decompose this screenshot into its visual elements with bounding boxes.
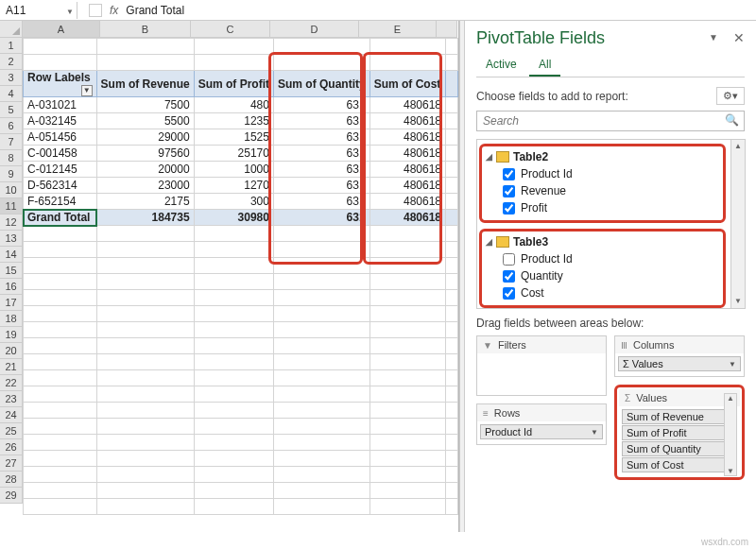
rowhdr-25[interactable]: 25 [0, 423, 23, 439]
field-checkbox[interactable] [503, 287, 515, 300]
cell[interactable]: 631 [273, 97, 369, 113]
cell[interactable] [273, 226, 369, 242]
cell[interactable]: C-012145 [24, 162, 97, 178]
cell-empty[interactable] [446, 226, 458, 242]
cell[interactable] [24, 322, 97, 338]
cell-empty[interactable] [446, 113, 458, 129]
cell[interactable] [24, 483, 97, 499]
cell[interactable]: 480618 [369, 178, 445, 194]
cell[interactable] [194, 290, 273, 306]
gear-icon[interactable]: ⚙▾ [716, 87, 745, 105]
cell[interactable]: C-001458 [24, 146, 97, 162]
cell[interactable] [369, 419, 445, 435]
cell[interactable]: 300 [194, 194, 273, 210]
columns-area[interactable]: ⅢColumns Σ Values▼ [614, 335, 745, 377]
cell[interactable]: 5500 [96, 113, 194, 129]
cell[interactable]: A-051456 [24, 129, 97, 146]
cell[interactable] [273, 258, 369, 274]
cell-empty[interactable] [446, 419, 458, 435]
search-input[interactable] [476, 111, 745, 131]
rowhdr-5[interactable]: 5 [0, 102, 23, 118]
collapse-icon[interactable]: ◢ [486, 237, 492, 247]
cell[interactable]: 631 [273, 194, 369, 210]
cell[interactable] [24, 386, 97, 403]
cell[interactable] [194, 483, 273, 499]
select-all-corner[interactable] [0, 21, 23, 38]
field-list[interactable]: ◢Table2Product IdRevenueProfit◢Table3Pro… [476, 139, 745, 309]
cell[interactable] [369, 322, 445, 338]
cell-empty[interactable] [446, 354, 458, 370]
cell[interactable] [369, 451, 445, 467]
cell[interactable] [96, 39, 194, 55]
rowhdr-10[interactable]: 10 [0, 182, 23, 198]
cell[interactable]: 480618 [369, 113, 445, 129]
cell[interactable]: 1525 [194, 129, 273, 146]
rowhdr-7[interactable]: 7 [0, 134, 23, 150]
scroll-up-icon[interactable]: ▲ [725, 394, 736, 403]
cell-empty[interactable] [446, 274, 458, 290]
cell[interactable] [273, 55, 369, 71]
rowhdr-15[interactable]: 15 [0, 263, 23, 279]
cell[interactable] [273, 39, 369, 55]
field-product-id[interactable]: Product Id [486, 250, 719, 267]
cell[interactable] [273, 242, 369, 258]
cell-empty[interactable] [446, 370, 458, 386]
cell-empty[interactable] [446, 483, 458, 499]
close-icon[interactable]: ✕ [733, 30, 745, 45]
cell[interactable]: A-031021 [24, 97, 97, 113]
cell[interactable] [273, 386, 369, 403]
panel-options-icon[interactable]: ▼ [709, 32, 718, 43]
chevron-down-icon[interactable]: ▼ [729, 360, 736, 369]
cell[interactable] [369, 467, 445, 483]
cell[interactable] [194, 274, 273, 290]
cell[interactable] [24, 467, 97, 483]
cell[interactable] [24, 258, 97, 274]
cell[interactable] [273, 290, 369, 306]
cell[interactable] [369, 499, 445, 515]
cell[interactable] [96, 338, 194, 354]
cell[interactable] [273, 354, 369, 370]
table-header-table2[interactable]: ◢Table2 [486, 148, 719, 165]
field-checkbox[interactable] [503, 202, 515, 214]
cell[interactable] [273, 499, 369, 515]
cell[interactable]: 631 [273, 146, 369, 162]
collapse-icon[interactable]: ◢ [486, 152, 492, 162]
cell[interactable] [24, 451, 97, 467]
chevron-down-icon[interactable]: ▼ [591, 428, 598, 437]
rowhdr-11[interactable]: 11 [0, 198, 23, 214]
cell[interactable] [369, 290, 445, 306]
cell[interactable] [24, 290, 97, 306]
values-pill-sum-of-cost[interactable]: Sum of Cost▼ [622, 457, 737, 472]
tab-all[interactable]: All [529, 54, 560, 77]
cell[interactable] [194, 386, 273, 403]
cell[interactable]: 480618 [369, 162, 445, 178]
cell[interactable] [96, 55, 194, 71]
cell-empty[interactable] [446, 338, 458, 354]
cell[interactable] [96, 451, 194, 467]
rowhdr-12[interactable]: 12 [0, 214, 23, 231]
cell[interactable] [369, 55, 445, 71]
cell[interactable] [194, 403, 273, 419]
scroll-up-icon[interactable]: ▲ [731, 140, 745, 153]
cell[interactable] [194, 55, 273, 71]
rowhdr-23[interactable]: 23 [0, 391, 23, 407]
cell[interactable] [24, 306, 97, 322]
rowhdr-24[interactable]: 24 [0, 407, 23, 423]
cell[interactable] [273, 419, 369, 435]
cell[interactable] [96, 242, 194, 258]
cell[interactable] [96, 322, 194, 338]
cell[interactable]: 23000 [96, 178, 194, 194]
cell[interactable] [194, 242, 273, 258]
field-checkbox[interactable] [503, 168, 515, 180]
cell[interactable] [273, 274, 369, 290]
cell[interactable] [194, 226, 273, 242]
cell[interactable]: 20000 [96, 162, 194, 178]
cell[interactable] [369, 386, 445, 403]
cell[interactable] [96, 386, 194, 403]
cell[interactable] [96, 274, 194, 290]
cell-empty[interactable] [446, 242, 458, 258]
cell[interactable] [194, 258, 273, 274]
cell[interactable] [96, 354, 194, 370]
colhdr-extra[interactable] [437, 21, 457, 38]
formula-bar-value[interactable]: Grand Total [126, 4, 184, 17]
